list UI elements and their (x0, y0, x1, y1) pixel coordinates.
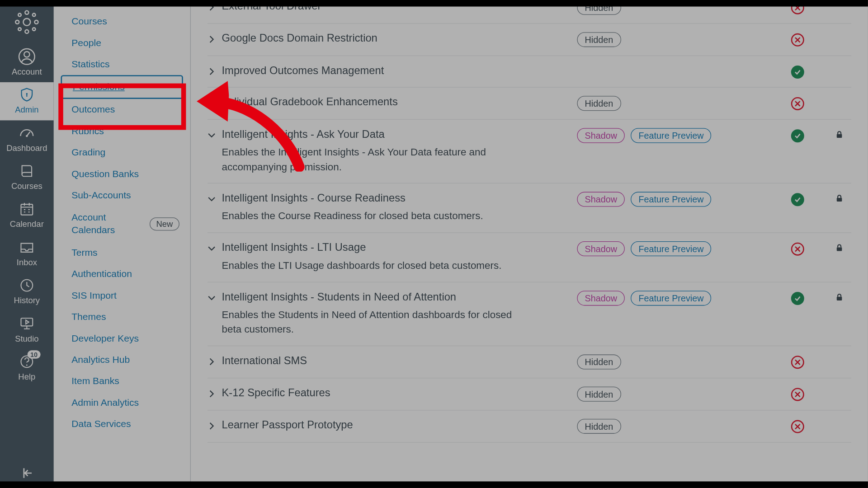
feature-title: Intelligent Insights - LTI Usage (222, 241, 366, 254)
feature-title: Intelligent Insights - Students in Need … (222, 291, 457, 303)
feature-row: Google Docs Domain Restriction Hidden (208, 24, 851, 56)
tag-hidden: Hidden (577, 96, 621, 111)
subnav-outcomes[interactable]: Outcomes (54, 99, 190, 120)
subnav-rubrics[interactable]: Rubrics (54, 120, 190, 141)
state-toggle-on[interactable] (791, 129, 804, 142)
svg-point-6 (33, 14, 36, 17)
svg-point-8 (33, 28, 36, 31)
nav-courses-label: Courses (11, 181, 42, 191)
tag-feature-preview: Feature Preview (631, 128, 711, 143)
subnav-terms[interactable]: Terms (54, 242, 190, 263)
feature-title: Learner Passport Prototype (222, 419, 353, 432)
subnav-authentication[interactable]: Authentication (54, 263, 190, 284)
account-subnav: Courses People Statistics Permissions Ou… (54, 0, 191, 488)
feature-row: Learner Passport Prototype Hidden (208, 410, 851, 442)
subnav-sis-import[interactable]: SIS Import (54, 285, 190, 306)
lock-icon (835, 244, 843, 254)
nav-courses[interactable]: Courses (0, 159, 54, 197)
nav-help-label: Help (18, 372, 35, 381)
svg-point-7 (18, 28, 21, 31)
nav-account-label: Account (12, 67, 42, 76)
svg-point-2 (25, 30, 28, 33)
subnav-data-services[interactable]: Data Services (54, 413, 190, 435)
subnav-account-calendars[interactable]: Account Calendars (71, 206, 131, 242)
state-toggle-off[interactable] (791, 420, 804, 433)
subnav-admin-analytics[interactable]: Admin Analytics (54, 392, 190, 413)
feature-title: Google Docs Domain Restriction (222, 32, 377, 45)
nav-history[interactable]: History (0, 273, 54, 311)
svg-point-0 (23, 19, 30, 26)
monitor-play-icon (18, 314, 36, 333)
state-toggle-on[interactable] (791, 193, 804, 206)
lock-icon (835, 131, 843, 141)
nav-calendar[interactable]: Calendar (0, 197, 54, 235)
feature-description: Enables the Course Readiness for closed … (222, 209, 520, 224)
tag-shadow: Shadow (577, 291, 625, 305)
tag-feature-preview: Feature Preview (631, 241, 711, 256)
svg-rect-21 (837, 296, 842, 300)
subnav-statistics[interactable]: Statistics (54, 54, 190, 75)
calendar-icon (18, 200, 36, 218)
state-toggle-off[interactable] (791, 356, 804, 369)
chevron-right-icon[interactable] (208, 422, 216, 432)
state-toggle-off[interactable] (791, 243, 804, 256)
svg-rect-13 (21, 204, 33, 215)
subnav-sub-accounts[interactable]: Sub-Accounts (54, 185, 190, 206)
nav-inbox[interactable]: Inbox (0, 235, 54, 273)
subnav-question-banks[interactable]: Question Banks (54, 163, 190, 184)
tag-hidden: Hidden (577, 32, 621, 47)
user-circle-icon (18, 47, 36, 66)
subnav-themes[interactable]: Themes (54, 306, 190, 327)
tag-hidden: Hidden (577, 419, 621, 434)
svg-point-5 (18, 14, 21, 17)
shield-icon (18, 86, 36, 104)
chevron-down-icon[interactable] (208, 195, 216, 206)
nav-history-label: History (14, 296, 40, 305)
inbox-icon (18, 238, 36, 256)
nav-admin[interactable]: Admin (0, 82, 54, 120)
chevron-right-icon[interactable] (208, 357, 216, 368)
lock-icon (835, 194, 843, 205)
nav-help[interactable]: 10 Help (0, 349, 54, 387)
feature-row: K-12 Specific Features Hidden (208, 378, 851, 410)
tag-hidden: Hidden (577, 354, 621, 369)
chevron-down-icon[interactable] (208, 244, 216, 255)
svg-point-12 (26, 135, 28, 137)
nav-studio[interactable]: Studio (0, 311, 54, 349)
svg-point-3 (15, 20, 19, 24)
state-toggle-off[interactable] (791, 97, 804, 110)
state-toggle-on[interactable] (791, 292, 804, 305)
state-toggle-on[interactable] (791, 66, 804, 79)
nav-inbox-label: Inbox (17, 258, 37, 267)
feature-row: Intelligent Insights - Students in Need … (208, 282, 851, 346)
feature-row: Intelligent Insights - LTI Usage Enables… (208, 233, 851, 282)
svg-point-10 (24, 52, 29, 57)
subnav-item-banks[interactable]: Item Banks (54, 371, 190, 392)
nav-account[interactable]: Account (0, 44, 54, 82)
help-icon: 10 (18, 353, 36, 371)
tag-hidden: Hidden (577, 387, 621, 402)
tag-feature-preview: Feature Preview (631, 291, 711, 305)
nav-dashboard-label: Dashboard (6, 143, 47, 152)
clock-icon (18, 277, 36, 295)
feature-title: K-12 Specific Features (222, 387, 330, 399)
subnav-developer-keys[interactable]: Developer Keys (54, 328, 190, 349)
help-badge: 10 (27, 350, 40, 358)
nav-dashboard[interactable]: Dashboard (0, 120, 54, 158)
chevron-right-icon[interactable] (208, 35, 216, 46)
subnav-people[interactable]: People (54, 32, 190, 53)
subnav-analytics-hub[interactable]: Analytics Hub (54, 349, 190, 370)
svg-point-1 (25, 11, 28, 14)
canvas-logo-icon[interactable] (13, 8, 41, 36)
chevron-right-icon[interactable] (208, 389, 216, 400)
svg-rect-19 (837, 198, 842, 202)
state-toggle-off[interactable] (791, 33, 804, 47)
lock-icon (835, 293, 843, 304)
subnav-courses[interactable]: Courses (54, 11, 190, 32)
svg-rect-18 (837, 134, 842, 138)
chevron-down-icon[interactable] (208, 293, 216, 304)
feature-title: Intelligent Insights - Course Readiness (222, 192, 406, 205)
subnav-grading[interactable]: Grading (54, 142, 190, 163)
state-toggle-off[interactable] (791, 388, 804, 401)
subnav-permissions[interactable]: Permissions (61, 75, 183, 99)
